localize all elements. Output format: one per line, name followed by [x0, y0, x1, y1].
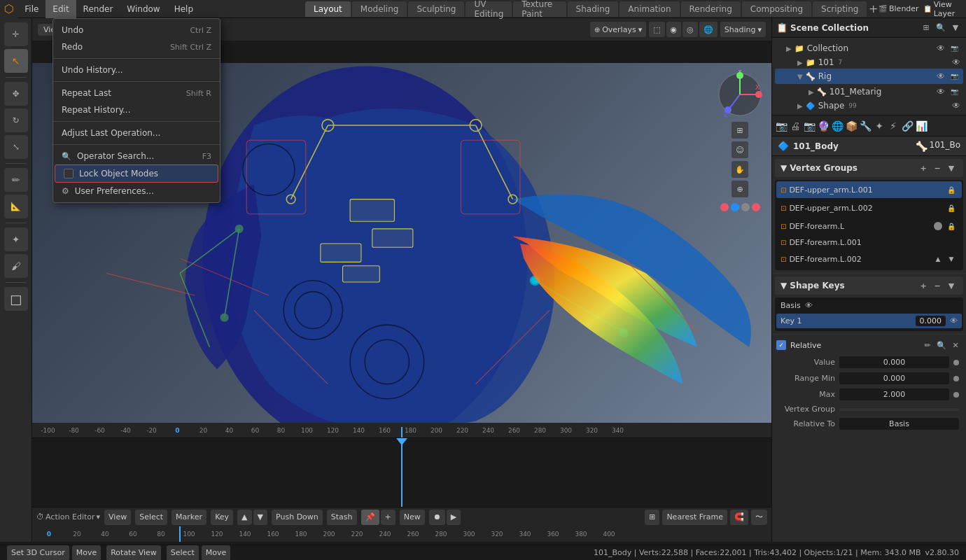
- menu-file[interactable]: File: [18, 0, 46, 18]
- tl-record-btn[interactable]: ⏺: [429, 510, 445, 525]
- box-select[interactable]: □: [4, 287, 28, 311]
- sk-eye[interactable]: 👁: [805, 301, 813, 310]
- metarig-eye[interactable]: 👁: [937, 87, 945, 97]
- tab-modeling[interactable]: Modeling: [352, 1, 407, 17]
- view-props-icon[interactable]: 📷: [803, 120, 816, 132]
- rendered-btn[interactable]: 🌐: [699, 22, 718, 37]
- tl-filter-btn[interactable]: ⊞: [645, 510, 659, 525]
- tl-marker-btn[interactable]: Marker: [172, 510, 206, 525]
- tab-rendering[interactable]: Rendering: [681, 1, 741, 17]
- hand-icon-btn[interactable]: ✋: [732, 161, 748, 178]
- sk-edit2-btn[interactable]: 🔍: [935, 339, 948, 351]
- rmin-value[interactable]: 0.000: [839, 372, 949, 384]
- vg-up[interactable]: ▲: [932, 253, 944, 265]
- view-layer-selector[interactable]: 📋 View Layer: [923, 0, 960, 18]
- add-workspace-tab[interactable]: +: [868, 1, 878, 17]
- tab-compositing[interactable]: Compositing: [742, 1, 811, 17]
- add-vg-btn[interactable]: +: [917, 162, 930, 174]
- max-value[interactable]: 2.000: [839, 388, 949, 400]
- vg-item[interactable]: ⊡ DEF-forearm.L.002 ▲ ▼: [776, 251, 962, 267]
- menu-operator-search[interactable]: 🔍 Operator Search... F3: [53, 148, 220, 164]
- relative-checkbox[interactable]: ✓: [776, 340, 786, 350]
- world-props-icon[interactable]: 🌐: [831, 120, 844, 132]
- rig-render[interactable]: 📷: [948, 70, 960, 83]
- move-status2-btn[interactable]: Move: [202, 545, 231, 561]
- shape-keys-header[interactable]: ▼ Shape Keys + − ▼: [775, 276, 963, 295]
- relto-value[interactable]: Basis: [839, 418, 959, 430]
- modifier-props-icon[interactable]: 🔧: [859, 120, 872, 132]
- tree-item-rig[interactable]: ▼ 🦴 Rig 👁 📷: [775, 69, 963, 84]
- channel-up[interactable]: ▲: [237, 510, 251, 525]
- menu-help[interactable]: Help: [167, 0, 200, 18]
- tree-item-shape[interactable]: ▶ 🔷 Shape 99 👁: [775, 99, 963, 112]
- channel-down[interactable]: ▼: [253, 510, 267, 525]
- brush-tool[interactable]: 🖌: [4, 254, 28, 278]
- rotate-tool[interactable]: ↻: [4, 108, 28, 132]
- tree-item-collection[interactable]: ▶ 📁 Collection 👁 📷: [775, 41, 963, 56]
- vg-item[interactable]: ⊡ DEF-upper_arm.L.002 🔒: [776, 200, 962, 216]
- tree-item-101[interactable]: ▶ 📁 101 7 👁: [775, 56, 963, 69]
- menu-user-preferences[interactable]: ⚙ User Preferences...: [53, 183, 220, 200]
- remove-vg-btn[interactable]: −: [931, 162, 944, 174]
- move-tool[interactable]: ✥: [4, 82, 28, 106]
- search-icon[interactable]: 🔍: [934, 22, 947, 34]
- vg-item[interactable]: ⊡ DEF-forearm.L.001: [776, 236, 962, 249]
- menu-edit[interactable]: Edit: [46, 0, 76, 18]
- scene-tree[interactable]: ▶ 📁 Collection 👁 📷 ▶ 📁 101 7 👁 ▼ 🦴 Rig 👁: [772, 38, 966, 115]
- rig-eye[interactable]: 👁: [937, 71, 945, 81]
- filter-icon[interactable]: ⊞: [920, 22, 932, 34]
- solid-btn[interactable]: ◉: [666, 22, 682, 37]
- vg-item[interactable]: ⊡ DEF-forearm.L 🔒: [776, 218, 962, 234]
- object-name[interactable]: 101_Body: [793, 141, 839, 151]
- sk-eye[interactable]: 👁: [950, 316, 958, 326]
- tl-key-btn[interactable]: Key: [211, 510, 233, 525]
- tab-layout[interactable]: Layout: [305, 1, 351, 17]
- set-cursor-btn[interactable]: Set 3D Cursor: [7, 545, 69, 561]
- vg-lock[interactable]: 🔒: [945, 220, 958, 232]
- tl-select-btn[interactable]: Select: [135, 510, 167, 525]
- zoom-icon-btn[interactable]: ⊕: [732, 181, 748, 197]
- render-props-icon[interactable]: 📷: [775, 120, 788, 132]
- select-tool[interactable]: ↖: [4, 49, 28, 73]
- rotate-view-btn[interactable]: Rotate View: [106, 545, 161, 561]
- sk-edit-btn[interactable]: ✏: [921, 339, 934, 351]
- val-value[interactable]: 0.000: [839, 356, 949, 368]
- menu-render[interactable]: Render: [76, 0, 120, 18]
- tl-pin-btn[interactable]: 📌: [361, 510, 379, 525]
- scene-selector[interactable]: 🎬 Blender: [878, 4, 919, 13]
- collection-eye[interactable]: 👁: [937, 43, 945, 53]
- constraints-props-icon[interactable]: 🔗: [901, 120, 913, 132]
- data-props-icon[interactable]: 📊: [915, 120, 927, 132]
- wireframe-btn[interactable]: ⬚: [649, 22, 664, 37]
- menu-redo[interactable]: Redo Shift Ctrl Z: [53, 38, 220, 55]
- timeline-track[interactable]: [32, 438, 771, 507]
- tl-new-btn[interactable]: New: [400, 510, 425, 525]
- vg-lock[interactable]: 🔒: [945, 202, 958, 214]
- menu-repeat-history[interactable]: Repeat History...: [53, 102, 220, 118]
- select-status-btn[interactable]: Select: [167, 545, 199, 561]
- tl-snap-btn[interactable]: 🧲: [730, 510, 748, 525]
- tab-uv-editing[interactable]: UV Editing: [465, 1, 512, 17]
- vg-lock[interactable]: 🔒: [945, 183, 958, 196]
- outliner-filter-icon[interactable]: ▼: [949, 22, 962, 34]
- tab-texture-paint[interactable]: Texture Paint: [513, 1, 566, 17]
- vg-item[interactable]: ⊡ DEF-upper_arm.L.001 🔒: [776, 181, 962, 198]
- tl-add-btn[interactable]: +: [381, 510, 396, 525]
- add-tool[interactable]: ✦: [4, 227, 28, 251]
- tab-sculpting[interactable]: Sculpting: [408, 1, 464, 17]
- vg-menu-btn[interactable]: ▼: [945, 162, 958, 174]
- nearest-frame-btn[interactable]: Nearest Frame: [662, 510, 727, 525]
- move-status-btn[interactable]: Move: [72, 545, 102, 561]
- metarig-render[interactable]: 📷: [948, 85, 960, 98]
- sk-menu-btn[interactable]: ▼: [945, 279, 958, 292]
- menu-undo[interactable]: Undo Ctrl Z: [53, 22, 220, 38]
- axis-gizmo[interactable]: X Y Z: [715, 70, 764, 119]
- material-btn[interactable]: ◎: [682, 22, 698, 37]
- vertex-groups-header[interactable]: ▼ Vertex Groups + − ▼: [775, 159, 963, 177]
- push-down-btn[interactable]: Push Down: [272, 510, 323, 525]
- editor-type[interactable]: ⏱ Action Editor ▾: [36, 512, 100, 522]
- tl-view-btn[interactable]: View: [104, 510, 131, 525]
- measure-tool[interactable]: 📐: [4, 195, 28, 218]
- remove-sk-btn[interactable]: −: [931, 279, 944, 292]
- tree-item-metarig[interactable]: ▶ 🦴 101_Metarig 👁 📷: [775, 84, 963, 99]
